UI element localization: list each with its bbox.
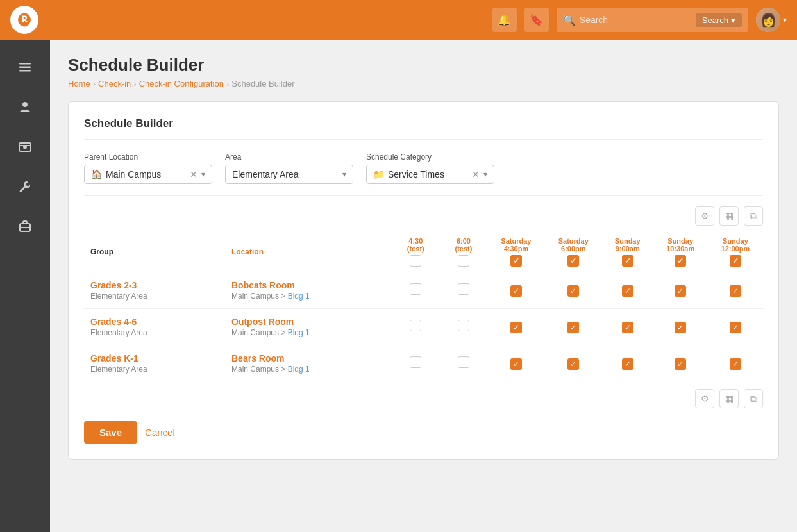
checkbox-empty-0-0[interactable] [410, 283, 421, 295]
group-cell-0: Grades 2-3Elementary Area [84, 272, 225, 309]
schedule-category-select[interactable]: 📁 Service Times ✕ ▾ [366, 165, 494, 184]
top-navigation: 🔔 🔖 🔍 Search ▾ 👩 ▾ [0, 0, 797, 40]
parent-location-clear[interactable]: ✕ [190, 169, 197, 179]
table-row: Grades 4-6Elementary AreaOutpost RoomMai… [84, 309, 763, 345]
check-cell-2-5[interactable]: ✓ [653, 345, 708, 382]
check-cell-1-4[interactable]: ✓ [602, 309, 653, 345]
checkbox-checked-1-5[interactable]: ✓ [675, 322, 686, 333]
col-time-5: Sunday 10:30am ✓ [653, 232, 708, 272]
checkbox-checked-0-3[interactable]: ✓ [567, 285, 579, 297]
filters-row: Parent Location 🏠 Main Campus ✕ ▾ Area E… [84, 153, 763, 184]
checkbox-empty-2-1[interactable] [458, 356, 469, 368]
settings-button-bottom[interactable]: ⚙ [695, 389, 714, 408]
check-cell-1-1[interactable] [440, 309, 488, 345]
sidebar-item-person[interactable] [8, 90, 42, 124]
check-cell-0-3[interactable]: ✓ [545, 272, 602, 309]
breadcrumb-checkin[interactable]: Check-in [98, 79, 131, 88]
header-checkbox-2[interactable]: ✓ [510, 255, 522, 267]
grid-button-bottom[interactable]: ▦ [719, 389, 739, 408]
checkbox-checked-1-6[interactable]: ✓ [730, 322, 741, 333]
check-cell-2-0[interactable] [392, 345, 440, 382]
location-link-2[interactable]: Bldg 1 [288, 365, 310, 374]
header-checkbox-1[interactable] [458, 255, 469, 267]
breadcrumb-sep-2: › [133, 79, 136, 88]
check-cell-1-5[interactable]: ✓ [653, 309, 708, 345]
location-name-2: Bears Room [231, 353, 385, 363]
checkbox-checked-2-4[interactable]: ✓ [622, 358, 633, 370]
parent-location-arrow[interactable]: ▾ [201, 170, 205, 179]
group-sub-1: Elementary Area [90, 328, 219, 337]
parent-location-select[interactable]: 🏠 Main Campus ✕ ▾ [84, 165, 212, 184]
area-arrow[interactable]: ▾ [342, 170, 346, 179]
checkbox-empty-1-1[interactable] [458, 320, 469, 331]
grid-button-top[interactable]: ▦ [719, 206, 739, 226]
location-name-0: Bobcats Room [231, 280, 385, 290]
bookmarks-button[interactable]: 🔖 [524, 8, 549, 32]
check-cell-1-2[interactable]: ✓ [487, 309, 544, 345]
header-checkbox-0[interactable] [410, 255, 421, 267]
check-cell-0-5[interactable]: ✓ [653, 272, 708, 309]
sidebar-item-menu[interactable] [8, 50, 42, 85]
checkbox-empty-0-1[interactable] [458, 283, 469, 295]
col-time-3: Saturday 6:00pm ✓ [545, 232, 602, 272]
schedule-category-clear[interactable]: ✕ [472, 169, 480, 179]
check-cell-1-3[interactable]: ✓ [545, 309, 602, 345]
check-cell-2-6[interactable]: ✓ [708, 345, 763, 382]
copy-button-bottom[interactable]: ⧉ [744, 389, 763, 408]
col-time-0: 4:30 (test) [392, 232, 440, 272]
checkbox-checked-0-5[interactable]: ✓ [675, 285, 686, 297]
check-cell-2-3[interactable]: ✓ [545, 345, 602, 382]
sidebar-item-tools[interactable] [8, 169, 42, 204]
checkbox-empty-2-0[interactable] [410, 356, 421, 368]
settings-button-top[interactable]: ⚙ [695, 206, 714, 226]
breadcrumb-config[interactable]: Check-in Configuration [139, 79, 224, 88]
sidebar-item-finance[interactable] [8, 129, 42, 164]
search-dropdown-button[interactable]: Search ▾ [696, 13, 742, 27]
logo[interactable] [10, 6, 38, 34]
checkbox-checked-2-6[interactable]: ✓ [730, 358, 741, 370]
header-checkbox-6[interactable]: ✓ [730, 255, 741, 267]
checkbox-checked-2-2[interactable]: ✓ [510, 358, 522, 370]
breadcrumb-home[interactable]: Home [68, 79, 90, 88]
check-cell-2-2[interactable]: ✓ [487, 345, 544, 382]
cancel-button[interactable]: Cancel [145, 427, 175, 438]
group-sub-0: Elementary Area [90, 292, 219, 301]
header-checkbox-3[interactable]: ✓ [567, 255, 579, 267]
check-cell-0-6[interactable]: ✓ [708, 272, 763, 309]
user-avatar-area[interactable]: 👩 ▾ [756, 8, 787, 32]
search-input[interactable] [580, 15, 692, 25]
copy-button-top[interactable]: ⧉ [744, 206, 763, 226]
notifications-button[interactable]: 🔔 [492, 8, 517, 32]
location-link-1[interactable]: Bldg 1 [288, 328, 310, 337]
check-cell-0-0[interactable] [392, 272, 440, 309]
checkbox-checked-2-3[interactable]: ✓ [567, 358, 579, 370]
schedule-category-arrow[interactable]: ▾ [483, 170, 487, 179]
breadcrumb-current: Schedule Builder [231, 79, 294, 88]
checkbox-checked-0-2[interactable]: ✓ [510, 285, 522, 297]
schedule-category-label: Schedule Category [366, 153, 494, 162]
sidebar-item-jobs[interactable] [8, 209, 42, 244]
checkbox-checked-1-4[interactable]: ✓ [622, 322, 633, 333]
check-cell-2-1[interactable] [440, 345, 488, 382]
group-name-2: Grades K-1 [90, 353, 219, 363]
checkbox-checked-0-4[interactable]: ✓ [622, 285, 633, 297]
table-row: Grades 2-3Elementary AreaBobcats RoomMai… [84, 272, 763, 309]
check-cell-1-0[interactable] [392, 309, 440, 345]
checkbox-checked-0-6[interactable]: ✓ [730, 285, 741, 297]
header-checkbox-5[interactable]: ✓ [675, 255, 686, 267]
user-chevron-icon[interactable]: ▾ [783, 15, 787, 24]
check-cell-0-2[interactable]: ✓ [487, 272, 544, 309]
check-cell-0-4[interactable]: ✓ [602, 272, 653, 309]
save-button[interactable]: Save [84, 421, 137, 444]
check-cell-0-1[interactable] [440, 272, 488, 309]
header-checkbox-4[interactable]: ✓ [622, 255, 633, 267]
check-cell-1-6[interactable]: ✓ [708, 309, 763, 345]
area-select[interactable]: Elementary Area ▾ [225, 165, 353, 184]
col-time-4: Sunday 9:00am ✓ [602, 232, 653, 272]
checkbox-empty-1-0[interactable] [410, 320, 421, 331]
location-link-0[interactable]: Bldg 1 [288, 292, 310, 301]
check-cell-2-4[interactable]: ✓ [602, 345, 653, 382]
checkbox-checked-1-2[interactable]: ✓ [510, 322, 522, 333]
checkbox-checked-1-3[interactable]: ✓ [567, 322, 579, 333]
checkbox-checked-2-5[interactable]: ✓ [675, 358, 686, 370]
